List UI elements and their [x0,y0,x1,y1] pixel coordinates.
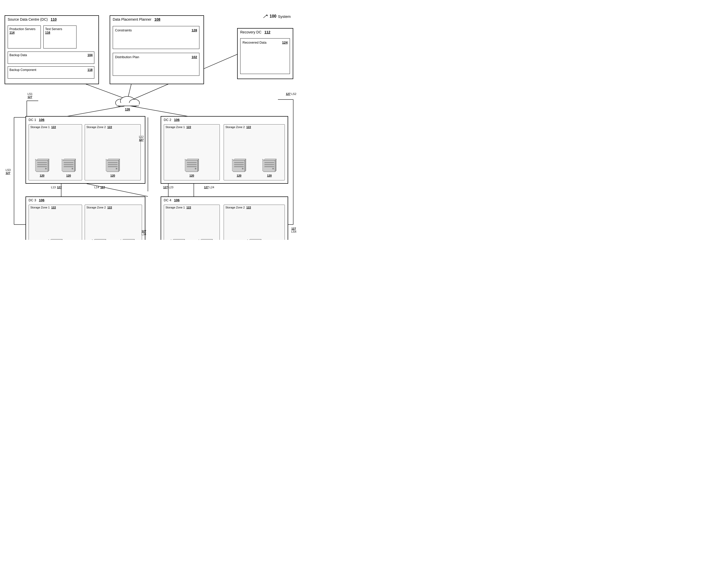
dc2-zone2-server2: 120 [262,156,276,177]
distribution-plan-label: Distribution Plan 102 [113,53,199,61]
svg-marker-46 [185,159,199,172]
svg-marker-47 [186,159,199,160]
svg-rect-65 [264,166,274,167]
test-servers-label: Test Servers 116 [44,26,76,36]
svg-rect-56 [234,162,244,163]
svg-marker-89 [172,239,185,240]
dc3-zone1-server1: 120 [48,237,62,240]
dc2-zone1-label: Storage Zone 1 122 [165,125,191,129]
ls2-label: 127 LS2 [286,92,296,95]
svg-rect-28 [37,162,47,163]
dc4-label: DC 4 106 [164,198,179,202]
svg-marker-53 [232,159,246,172]
svg-rect-37 [64,166,74,167]
ls1-label: LS1 127 [27,92,33,99]
server-icon [121,237,135,240]
dc3-zone2-server2: 120 [121,237,135,240]
svg-rect-23 [117,103,139,106]
dc3-zone1-box: Storage Zone 1 122 120 [28,205,82,240]
server-icon [92,237,106,240]
svg-point-52 [195,168,196,169]
server-ref-label: 120 [62,174,76,177]
l12-label: L12 127 [139,135,144,141]
source-dc-label: Source Data Centre (DC) 110 [8,17,56,21]
svg-point-45 [116,168,117,169]
recovery-dc-label: Recovery DC 112 [240,30,270,34]
svg-marker-61 [264,159,276,160]
dc4-zone1-server1: 120 [171,237,185,240]
svg-marker-39 [106,159,120,172]
server-ref-label: 120 [232,174,246,177]
svg-rect-43 [108,164,118,165]
dc1-zone2-box: Storage Zone 2 122 120 [85,124,141,181]
svg-point-59 [242,168,244,169]
dc3-zone2-server1: 120 [92,237,106,240]
network-cloud: 126 [114,94,142,111]
recovered-data-box: Recovered Data 124 [240,38,290,74]
svg-marker-48 [197,159,199,172]
dc4-zone1-server2: 120 [199,237,213,240]
l23-label: 127 L23 [163,186,173,189]
backup-data-label: Backup Data 104 [8,52,94,59]
svg-rect-64 [264,164,274,165]
dc3-box: DC 3 106 Storage Zone 1 122 [25,197,145,240]
source-dc-box: Source Data Centre (DC) 110 Production S… [5,15,99,84]
server-icon [62,156,76,173]
dc2-zone2-label: Storage Zone 2 122 [226,125,251,129]
server-icon [199,237,213,240]
svg-marker-103 [249,239,261,240]
svg-marker-62 [275,159,276,172]
ls3-label: LS3 127 [6,168,11,175]
server-icon [171,237,185,240]
server-icon [232,156,246,173]
system-label: 100 System [263,14,291,19]
svg-marker-27 [48,159,49,172]
svg-rect-49 [187,162,196,163]
production-servers-label: Production Servers 114 [8,26,40,36]
server-ref-label: 120 [35,174,49,177]
svg-marker-54 [233,159,246,160]
svg-point-31 [45,168,47,169]
server-ref-label: 120 [262,174,276,177]
svg-marker-60 [262,159,276,172]
dc2-zone2-box: Storage Zone 2 122 120 [224,124,285,181]
dc1-zone1-label: Storage Zone 1 122 [30,125,56,129]
server-icon [247,237,261,240]
constraints-label: Constraints 128 [113,26,199,34]
svg-point-38 [71,168,73,169]
dc1-zone1-server2: 120 [62,156,76,177]
svg-marker-41 [119,159,120,172]
svg-marker-82 [122,239,135,240]
dc3-zone1-label: Storage Zone 1 122 [30,206,56,209]
cloud-icon [114,94,142,108]
arrow-icon [263,14,268,18]
server-icon [185,156,199,173]
dc1-box: DC 1 106 Storage Zone 1 122 [25,116,145,184]
backup-data-box: Backup Data 104 [8,51,94,64]
svg-marker-25 [35,159,49,172]
dc2-zone1-server1: 120 [185,156,199,177]
svg-rect-29 [37,164,47,165]
dc4-zone2-server1: 120 [247,237,261,240]
svg-rect-51 [187,166,196,167]
l13-label: L13 127 [51,186,62,189]
backup-component-box: Backup Component 118 [8,66,94,79]
data-placement-box: Data Placement Planner 108 Constraints 1… [110,15,204,84]
svg-marker-75 [93,239,106,240]
dc3-zone2-label: Storage Zone 2 122 [87,206,112,209]
constraints-box: Constraints 128 [113,26,199,49]
dc1-zone1-server1: 120 [35,156,49,177]
svg-rect-36 [64,164,74,165]
production-servers-box: Production Servers 114 [8,25,41,48]
dc4-zone1-box: Storage Zone 1 122 120 [164,205,220,240]
svg-rect-44 [108,166,118,167]
ls4-label: 127 LS4 [291,227,296,233]
dc1-zone2-label: Storage Zone 2 122 [87,125,112,129]
svg-marker-40 [107,159,120,160]
recovered-data-label: Recovered Data 124 [241,38,290,46]
network-ref: 126 [114,108,142,111]
svg-point-66 [272,168,274,169]
dc2-zone1-box: Storage Zone 1 122 120 [164,124,220,181]
system-ref: 100 [270,14,276,19]
svg-rect-35 [64,162,74,163]
